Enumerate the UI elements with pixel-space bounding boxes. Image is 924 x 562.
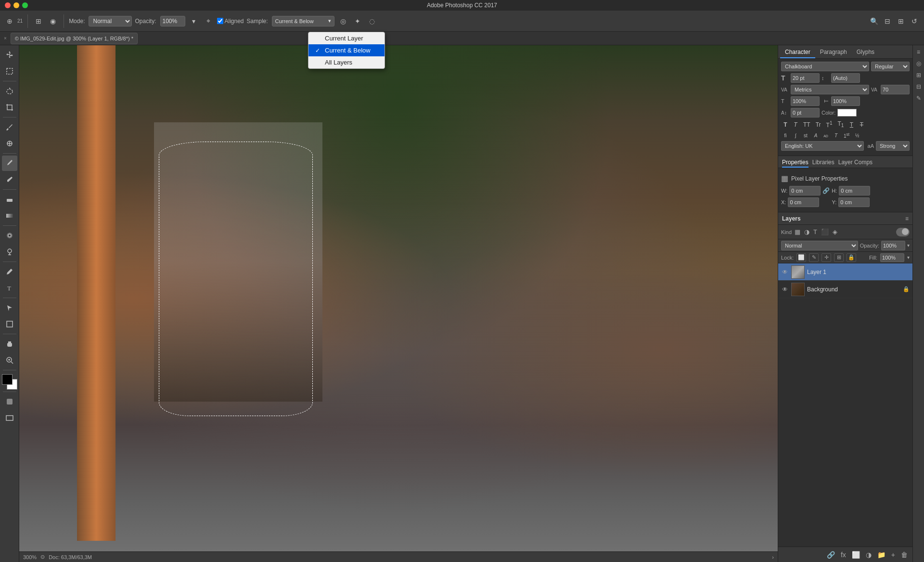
add-adjustment-btn[interactable]: ◑ [864,550,873,560]
healing-brush-tool[interactable] [2,136,17,151]
close-button[interactable] [5,2,11,8]
tab-glyphs[interactable]: Glyphs [852,47,879,58]
add-mask-btn[interactable]: ⬜ [850,550,862,560]
document-tab[interactable]: © IMG_0529-Edit.jpg @ 300% (Layer 1, RGB… [11,33,138,44]
brush-align-icon[interactable]: ⌖ [203,16,214,26]
anti-alias-select[interactable]: Strong [876,141,910,151]
filter-toggle[interactable] [896,228,910,236]
scale-v-input[interactable] [831,96,860,106]
font-size-input[interactable] [791,73,820,83]
font-family-select[interactable]: Chalkboard [781,62,869,71]
arrange-icon[interactable]: ⊞ [895,16,907,26]
oldstyle-btn[interactable]: ∫ [791,131,800,140]
screen-mode-tool[interactable] [2,410,17,426]
path-select-tool[interactable] [2,300,17,315]
small-caps-btn[interactable]: Tr [814,119,823,130]
caps-btn[interactable]: TT [801,119,812,130]
add-layer-btn[interactable]: + [889,550,897,560]
add-group-btn[interactable]: 📁 [875,550,887,560]
marquee-rect-tool[interactable] [2,64,17,79]
layers-mode-select[interactable]: Normal [781,241,858,250]
lock-pixels-btn[interactable]: ✎ [809,253,819,262]
subscript-btn[interactable]: T1 [835,119,846,130]
rts-tool-3[interactable]: ⊞ [914,70,924,80]
dodge-tool[interactable] [2,244,17,260]
layers-opacity-input[interactable] [881,241,905,250]
search-icon[interactable]: 🔍 [868,16,880,26]
filter-smart-icon[interactable]: ◈ [832,227,838,236]
lock-position-btn[interactable]: ✛ [821,253,831,262]
foreground-color-swatch[interactable] [2,374,13,385]
italic-btn[interactable]: T [791,119,800,130]
minimize-button[interactable] [13,2,19,8]
add-style-btn[interactable]: fx [839,550,848,560]
gradient-tool[interactable] [2,208,17,223]
opacity-arrow-icon[interactable]: ▾ [188,16,200,26]
lock-artboard-btn[interactable]: ⊞ [834,253,844,262]
type-tool[interactable]: T [2,280,17,296]
ligatures-btn[interactable]: fi [781,131,790,140]
rts-tool-4[interactable]: ⊟ [914,82,924,91]
font-style-select[interactable]: Regular [871,62,910,71]
dropdown-item-current-layer[interactable]: Current Layer [308,32,385,44]
titling-btn[interactable]: ad [821,131,830,140]
layer-item-layer1[interactable]: 👁 Layer 1 [778,263,912,281]
tab-character[interactable]: Character [780,47,815,58]
sample-select[interactable]: Current & Below ▾ [272,16,334,26]
stylistic-btn[interactable]: st [801,131,810,140]
lock-all-btn[interactable]: 🔒 [847,253,856,262]
zoom-tool[interactable] [2,353,17,368]
tab-paragraph[interactable]: Paragraph [815,47,852,58]
w-input[interactable] [789,186,821,196]
h-input[interactable] [839,186,870,196]
baseline-input[interactable] [791,108,820,118]
filter-pixel-icon[interactable]: ▦ [794,227,801,236]
color-swatch[interactable] [837,109,857,117]
opacity-input[interactable] [160,16,185,26]
filter-shape-icon[interactable]: ⬛ [820,227,830,236]
kerning-select[interactable]: Metrics [791,85,869,94]
brush-settings-icon[interactable]: ⊞ [33,16,44,26]
maximize-button[interactable] [22,2,28,8]
quick-mask-tool[interactable] [2,394,17,409]
y-input[interactable] [838,197,870,207]
scale-h-input[interactable] [791,96,820,106]
delete-layer-btn[interactable]: 🗑 [899,550,910,560]
rts-tool-2[interactable]: ◎ [914,59,924,68]
brush-preview-icon[interactable]: ◉ [47,16,59,26]
aligned-checkbox[interactable] [217,18,223,24]
filter-adjust-icon[interactable]: ◑ [803,227,810,236]
leading-input[interactable] [831,73,860,83]
layers-panel-menu[interactable]: ≡ [905,215,909,222]
strikethrough-btn[interactable]: T [857,119,866,130]
bold-btn[interactable]: T [781,119,790,130]
rts-tool-5[interactable]: ✎ [914,93,924,103]
filter-type-icon[interactable]: T [812,227,818,236]
eyedropper-tool[interactable] [2,119,17,135]
layer1-visibility-toggle[interactable]: 👁 [781,268,789,276]
ignore-adj-layers-icon[interactable]: ✦ [352,16,363,26]
nav-arrow[interactable]: › [772,554,774,560]
fractions-btn[interactable]: ½ [853,131,861,140]
x-input[interactable] [788,197,819,207]
link-layers-btn[interactable]: 🔗 [825,550,837,560]
workspace-icon[interactable]: ⊟ [882,16,893,26]
clone-stamp-tool[interactable] [2,156,17,171]
dropdown-item-current-below[interactable]: ✓ Current & Below [308,44,385,56]
link-icon[interactable]: 🔗 [822,187,830,194]
lock-transparent-btn[interactable]: ⬜ [796,253,806,262]
language-select[interactable]: English: UK [781,141,864,151]
sample-ring-icon[interactable]: ◌ [366,16,378,26]
tab-properties[interactable]: Properties [782,158,808,168]
superscript-btn[interactable]: T1 [824,119,834,130]
lasso-tool[interactable] [2,83,17,99]
contextual-btn[interactable]: T [832,131,840,140]
brush-tool[interactable] [2,172,17,187]
tracking-input[interactable] [881,85,910,94]
clone-stamp-icon[interactable]: ⊕ [4,16,15,26]
opacity-arrow[interactable]: ▾ [907,243,910,248]
dropdown-item-all-layers[interactable]: All Layers [308,56,385,68]
underline-btn[interactable]: T [847,119,856,130]
fill-arrow[interactable]: ▾ [907,255,910,260]
rts-tool-1[interactable]: ≡ [914,47,924,57]
